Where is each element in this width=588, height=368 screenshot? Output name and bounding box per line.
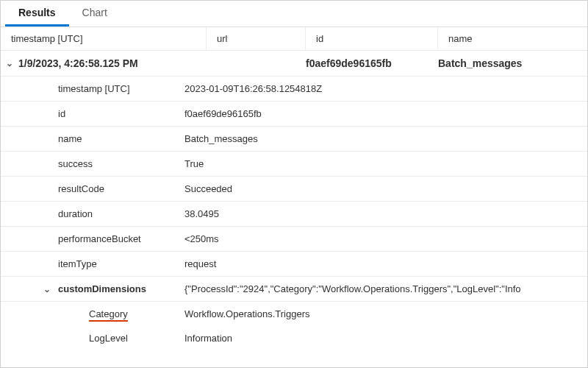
- column-header-timestamp[interactable]: timestamp [UTC]: [1, 27, 207, 50]
- column-headers: timestamp [UTC] url id name: [1, 27, 587, 51]
- tab-results[interactable]: Results: [5, 1, 69, 26]
- summary-id: f0aef69de96165fb: [306, 51, 438, 76]
- detail-row-category: Category Workflow.Operations.Triggers: [1, 302, 587, 326]
- detail-value: True: [184, 152, 587, 176]
- detail-value: <250ms: [184, 227, 587, 251]
- chevron-down-icon: ⌄: [43, 284, 58, 294]
- detail-row-name: name Batch_messages: [1, 127, 587, 152]
- detail-value: f0aef69de96165fb: [184, 102, 587, 126]
- detail-row-duration: duration 38.0495: [1, 202, 587, 227]
- detail-label: success: [58, 152, 184, 176]
- column-header-id[interactable]: id: [306, 27, 438, 50]
- chevron-down-icon: ⌄: [1, 58, 18, 68]
- detail-row-customdimensions[interactable]: ⌄customDimensions {"ProcessId":"2924","C…: [1, 277, 587, 302]
- detail-label: id: [58, 102, 184, 126]
- detail-value: Information: [184, 326, 587, 350]
- result-row-summary[interactable]: ⌄ 1/9/2023, 4:26:58.125 PM f0aef69de9616…: [1, 51, 587, 77]
- detail-row-itemtype: itemType request: [1, 252, 587, 277]
- detail-value: Batch_messages: [184, 127, 587, 151]
- detail-row-timestamp: timestamp [UTC] 2023-01-09T16:26:58.1254…: [1, 77, 587, 102]
- summary-timestamp: 1/9/2023, 4:26:58.125 PM: [18, 51, 207, 76]
- detail-label: itemType: [58, 252, 184, 276]
- detail-row-performancebucket: performanceBucket <250ms: [1, 227, 587, 252]
- detail-label: resultCode: [58, 177, 184, 201]
- detail-label: timestamp [UTC]: [58, 77, 184, 101]
- detail-row-loglevel: LogLevel Information: [1, 326, 587, 350]
- detail-value: 2023-01-09T16:26:58.1254818Z: [184, 77, 587, 101]
- detail-value: {"ProcessId":"2924","Category":"Workflow…: [184, 277, 587, 301]
- tab-chart[interactable]: Chart: [69, 1, 121, 26]
- detail-row-resultcode: resultCode Succeeded: [1, 177, 587, 202]
- detail-label: LogLevel: [89, 326, 184, 350]
- detail-value: request: [184, 252, 587, 276]
- column-header-name[interactable]: name: [438, 27, 587, 50]
- column-header-url[interactable]: url: [207, 27, 306, 50]
- detail-value: Succeeded: [184, 177, 587, 201]
- detail-label: performanceBucket: [58, 227, 184, 251]
- detail-label: ⌄customDimensions: [58, 277, 184, 301]
- detail-value: Workflow.Operations.Triggers: [184, 302, 587, 326]
- detail-row-success: success True: [1, 152, 587, 177]
- summary-name: Batch_messages: [438, 51, 587, 76]
- detail-label: name: [58, 127, 184, 151]
- tabs: Results Chart: [1, 1, 587, 27]
- summary-url: [207, 57, 306, 70]
- detail-value: 38.0495: [184, 202, 587, 226]
- detail-row-id: id f0aef69de96165fb: [1, 102, 587, 127]
- detail-label: duration: [58, 202, 184, 226]
- detail-label: Category: [89, 302, 184, 326]
